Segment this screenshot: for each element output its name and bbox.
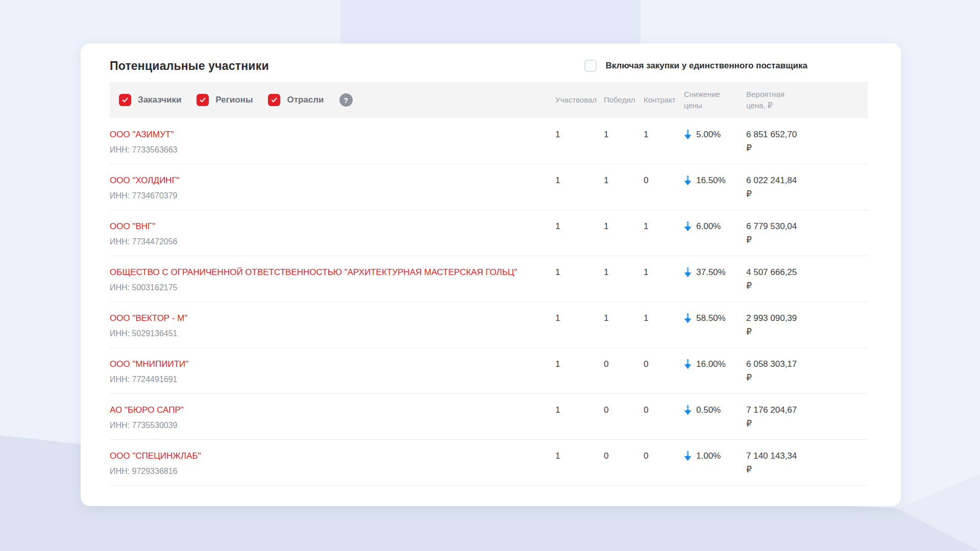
table-row: ОБЩЕСТВО С ОГРАНИЧЕННОЙ ОТВЕТСТВЕННОСТЬЮ… (110, 256, 868, 302)
page-background: { "header": { "title": "Потенциальные уч… (0, 0, 980, 551)
cell-contract: 0 (644, 404, 684, 417)
cell-won: 0 (604, 404, 644, 417)
participant-name-link[interactable]: ОБЩЕСТВО С ОГРАНИЧЕННОЙ ОТВЕТСТВЕННОСТЬЮ… (110, 266, 540, 279)
cell-probable-price: 2 993 090,39 ₽ (746, 312, 868, 339)
cell-probable-price: 6 779 530,04 ₽ (746, 220, 868, 247)
participant-name-link[interactable]: ООО "АЗИМУТ" (110, 128, 540, 141)
price-drop-value: 37.50% (696, 267, 726, 278)
cell-won: 0 (604, 358, 644, 371)
cell-contract: 0 (644, 174, 684, 187)
column-header-probable-price: Вероятная цена, ₽ (746, 89, 789, 111)
cell-contract: 1 (644, 312, 684, 325)
cell-participated: 1 (555, 404, 604, 417)
check-icon (199, 96, 207, 104)
table-row: ООО "МНИПИИТИ" ИНН: 7724491691 1 0 0 16.… (110, 348, 868, 394)
cell-won: 1 (604, 312, 644, 325)
cell-probable-price: 7 140 143,34 ₽ (746, 449, 868, 477)
cell-won: 1 (604, 266, 644, 279)
column-header-won: Победил (604, 94, 644, 106)
currency-symbol: ₽ (746, 417, 868, 431)
cell-probable-price: 6 851 652,70 ₽ (746, 128, 868, 155)
cell-price-drop: 6.00% (684, 220, 746, 233)
participant-name-link[interactable]: ООО "ХОЛДИНГ" (110, 174, 540, 187)
filter-industries[interactable]: Отрасли (268, 94, 324, 106)
participant-cell: ООО "ВЕКТОР - М" ИНН: 5029136451 (110, 312, 555, 338)
participant-cell: ОБЩЕСТВО С ОГРАНИЧЕННОЙ ОТВЕТСТВЕННОСТЬЮ… (110, 266, 555, 292)
participant-inn: ИНН: 9729336816 (110, 467, 540, 476)
table-row: ООО "ХОЛДИНГ" ИНН: 7734670379 1 1 0 16.5… (110, 164, 868, 210)
cell-probable-price: 6 022 241,84 ₽ (746, 174, 868, 201)
help-icon[interactable]: ? (339, 93, 353, 107)
checkbox-checked-icon (197, 94, 209, 106)
cell-contract: 0 (644, 449, 684, 463)
probable-price-value: 6 779 530,04 (746, 220, 868, 233)
cell-contract: 1 (644, 220, 684, 233)
arrow-down-icon (684, 359, 692, 369)
participant-inn: ИНН: 5003162175 (110, 283, 540, 292)
cell-contract: 1 (644, 128, 684, 141)
filter-customers[interactable]: Заказчики (119, 94, 181, 106)
column-header-price-drop: Снижение цены (684, 89, 727, 111)
cell-won: 1 (604, 220, 644, 233)
price-drop-value: 16.00% (696, 359, 726, 369)
cell-price-drop: 1.00% (684, 449, 746, 463)
participants-card: Потенциальные участники Включая закупки … (81, 43, 901, 506)
arrow-down-icon (684, 130, 692, 140)
card-header: Потенциальные участники Включая закупки … (110, 43, 868, 75)
filter-industries-label: Отрасли (287, 95, 324, 105)
cell-participated: 1 (555, 449, 604, 463)
participant-cell: ООО "АЗИМУТ" ИНН: 7733563663 (110, 128, 555, 155)
cell-price-drop: 5.00% (684, 128, 746, 141)
check-icon (121, 96, 129, 104)
cell-participated: 1 (555, 220, 604, 233)
column-header-contract: Контракт (644, 94, 684, 106)
cell-probable-price: 7 176 204,67 ₽ (746, 404, 868, 431)
currency-symbol: ₽ (746, 142, 868, 155)
currency-symbol: ₽ (746, 463, 868, 477)
probable-price-value: 6 022 241,84 (746, 174, 868, 187)
probable-price-value: 6 851 652,70 (746, 128, 868, 141)
single-supplier-checkbox[interactable]: Включая закупки у единственного поставщи… (584, 60, 807, 72)
participant-name-link[interactable]: ООО "МНИПИИТИ" (110, 358, 540, 371)
filter-customers-label: Заказчики (138, 95, 181, 105)
arrow-down-icon (684, 405, 692, 415)
currency-symbol: ₽ (746, 325, 868, 339)
cell-participated: 1 (555, 128, 604, 141)
single-supplier-checkbox-box[interactable] (584, 60, 597, 72)
currency-symbol: ₽ (746, 234, 868, 247)
table-row: ООО "ВНГ" ИНН: 7734472056 1 1 1 6.00% 6 … (110, 210, 868, 256)
filter-bar: Заказчики Регионы Отрасли ? (110, 93, 555, 107)
participant-cell: ООО "МНИПИИТИ" ИНН: 7724491691 (110, 358, 555, 384)
currency-symbol: ₽ (746, 188, 868, 201)
cell-price-drop: 16.50% (684, 174, 746, 187)
cell-won: 0 (604, 449, 644, 463)
participant-name-link[interactable]: ООО "СПЕЦИНЖЛАБ" (110, 449, 540, 463)
participant-cell: ООО "ВНГ" ИНН: 7734472056 (110, 220, 555, 246)
checkbox-checked-icon (268, 94, 280, 106)
cell-price-drop: 37.50% (684, 266, 746, 279)
arrow-down-icon (684, 313, 692, 323)
page-title: Потенциальные участники (110, 59, 269, 73)
table-row: АО "БЮРО САПР" ИНН: 7735530039 1 0 0 0.5… (110, 394, 868, 440)
participant-name-link[interactable]: ООО "ВНГ" (110, 220, 540, 233)
cell-participated: 1 (555, 312, 604, 325)
column-header-participated: Участвовал (555, 94, 604, 106)
filter-regions[interactable]: Регионы (197, 94, 253, 106)
table-row: ООО "СПЕЦИНЖЛАБ" ИНН: 9729336816 1 0 0 1… (110, 440, 868, 486)
check-icon (270, 96, 278, 104)
participant-name-link[interactable]: ООО "ВЕКТОР - М" (110, 312, 540, 325)
filter-regions-label: Регионы (215, 95, 253, 105)
cell-won: 1 (604, 128, 644, 141)
arrow-down-icon (684, 267, 692, 278)
probable-price-value: 4 507 666,25 (746, 266, 868, 279)
participant-name-link[interactable]: АО "БЮРО САПР" (110, 404, 540, 417)
checkbox-checked-icon (119, 94, 131, 106)
participant-inn: ИНН: 7735530039 (110, 421, 540, 430)
participant-cell: АО "БЮРО САПР" ИНН: 7735530039 (110, 404, 555, 430)
cell-participated: 1 (555, 174, 604, 187)
cell-price-drop: 58.50% (684, 312, 746, 325)
cell-probable-price: 6 058 303,17 ₽ (746, 358, 868, 385)
probable-price-value: 2 993 090,39 (746, 312, 868, 325)
cell-price-drop: 0.50% (684, 404, 746, 417)
cell-participated: 1 (555, 266, 604, 279)
